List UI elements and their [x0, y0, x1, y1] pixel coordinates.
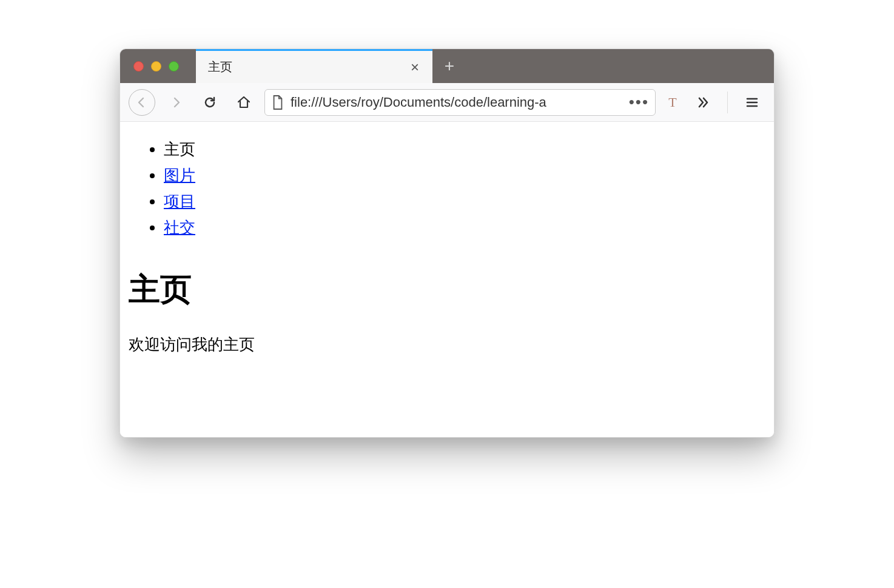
hamburger-icon: [745, 95, 759, 110]
address-bar[interactable]: file:///Users/roy/Documents/code/learnin…: [264, 89, 656, 116]
nav-item-images: 图片: [164, 164, 765, 187]
nav-item-social: 社交: [164, 216, 765, 239]
chevron-double-right-icon: [696, 95, 710, 110]
nav-item-label: 主页: [164, 140, 195, 158]
nav-item-projects: 项目: [164, 190, 765, 213]
page-actions-button[interactable]: •••: [624, 93, 649, 112]
nav-link-images[interactable]: 图片: [164, 166, 195, 184]
toolbar: file:///Users/roy/Documents/code/learnin…: [120, 83, 774, 122]
nav-list: 主页 图片 项目 社交: [129, 138, 765, 239]
home-icon: [237, 95, 251, 110]
welcome-text: 欢迎访问我的主页: [129, 334, 765, 355]
arrow-left-icon: [135, 95, 149, 110]
extension-button[interactable]: T: [663, 93, 682, 112]
app-menu-button[interactable]: [739, 89, 765, 116]
back-button[interactable]: [129, 89, 155, 116]
titlebar: 主页 × +: [120, 49, 774, 83]
extension-label: T: [668, 95, 676, 110]
forward-button[interactable]: [163, 89, 189, 116]
browser-window: 主页 × + file:///Users/roy/Documents/code/…: [119, 48, 775, 438]
toolbar-overflow-button[interactable]: [690, 89, 716, 116]
url-text: file:///Users/roy/Documents/code/learnin…: [291, 95, 618, 110]
reload-button[interactable]: [197, 89, 223, 116]
file-icon: [271, 95, 284, 110]
tab-title: 主页: [208, 59, 407, 75]
nav-link-social[interactable]: 社交: [164, 218, 195, 236]
nav-link-projects[interactable]: 项目: [164, 192, 195, 210]
home-button[interactable]: [230, 89, 257, 116]
toolbar-separator: [727, 92, 728, 113]
window-minimize-button[interactable]: [151, 61, 161, 72]
page-heading: 主页: [129, 269, 765, 311]
window-zoom-button[interactable]: [169, 61, 179, 72]
window-close-button[interactable]: [133, 61, 144, 72]
tab-close-button[interactable]: ×: [407, 60, 423, 75]
new-tab-button[interactable]: +: [432, 49, 466, 83]
window-controls: [120, 49, 196, 83]
reload-icon: [203, 95, 217, 110]
arrow-right-icon: [169, 95, 183, 110]
page-content: 主页 图片 项目 社交 主页 欢迎访问我的主页: [120, 122, 774, 437]
nav-item-home: 主页: [164, 138, 765, 161]
browser-tab[interactable]: 主页 ×: [196, 49, 432, 83]
